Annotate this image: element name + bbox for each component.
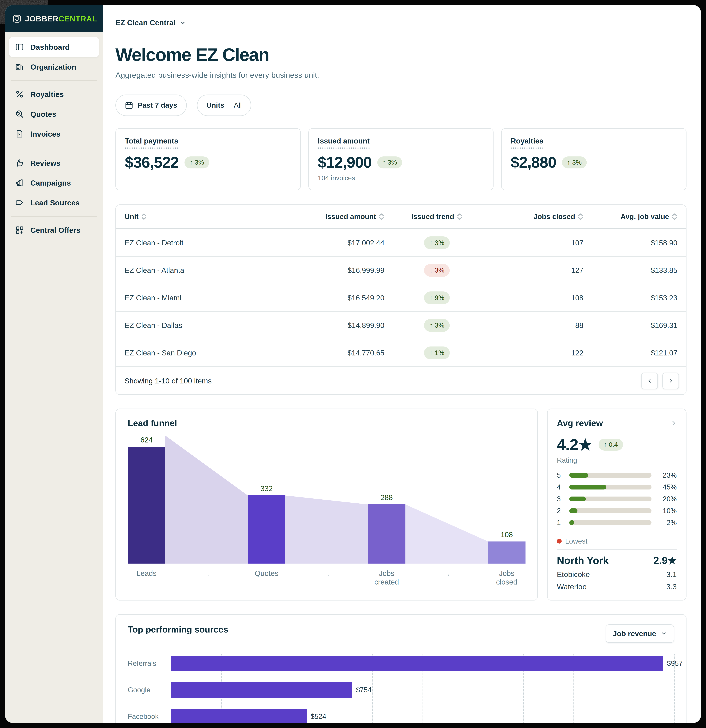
column-header-issued-amount[interactable]: Issued amount: [268, 212, 384, 221]
thumbs-up-icon: [15, 159, 24, 168]
sidebar: JOBBERCENTRAL Dashboard Organization Roy…: [5, 5, 103, 723]
sidebar-item-label: Royalties: [30, 90, 64, 99]
percent-icon: [15, 90, 24, 99]
unit-cell: EZ Clean - San Diego: [125, 348, 268, 357]
sidebar-item-quotes[interactable]: Quotes: [9, 104, 99, 124]
sort-icon: [671, 213, 677, 220]
stat-card-royalties: Royalties $2,880 ↑ 3%: [501, 128, 686, 191]
source-bar: $754: [171, 682, 352, 698]
source-value: $524: [311, 712, 326, 721]
sidebar-nav: Dashboard Organization Royalties Quotes …: [5, 32, 103, 245]
units-table: Unit Issued amount Issued trend Jobs clo…: [115, 204, 686, 395]
column-header-issued-trend[interactable]: Issued trend: [384, 212, 489, 221]
trend-cell: ↑ 3%: [384, 319, 489, 332]
rating-pct: 2%: [656, 519, 677, 527]
rating-track: [569, 485, 651, 490]
funnel-stage-label: Quotes: [248, 569, 285, 586]
funnel-value: 288: [380, 493, 393, 502]
chevron-right-icon[interactable]: [670, 420, 677, 426]
low-unit-row: Waterloo3.3: [557, 582, 677, 591]
stat-label[interactable]: Total payments: [125, 137, 178, 149]
sidebar-item-label: Reviews: [30, 159, 61, 168]
source-bar: $957: [171, 656, 663, 671]
units-filter[interactable]: Units All: [197, 95, 251, 116]
trend-badge: ↑ 3%: [377, 156, 402, 169]
stat-value: $12,900: [318, 153, 372, 171]
sidebar-item-invoices[interactable]: $ Invoices: [9, 124, 99, 144]
metric-dropdown[interactable]: Job revenue: [606, 624, 674, 643]
metric-dropdown-value: Job revenue: [613, 629, 656, 638]
date-range-filter[interactable]: Past 7 days: [115, 95, 187, 116]
source-label: Google: [128, 686, 171, 694]
page-subtitle: Aggregated business-wide insights for ev…: [115, 71, 686, 79]
table-row[interactable]: EZ Clean - Miami $16,549.20 ↑ 9% 108 $15…: [116, 284, 686, 312]
source-label: Facebook: [128, 712, 171, 721]
sidebar-item-label: Organization: [30, 62, 76, 71]
source-label: Referrals: [128, 659, 171, 667]
sort-icon: [457, 213, 463, 220]
rating-track: [569, 508, 651, 513]
sidebar-item-dashboard[interactable]: Dashboard: [9, 37, 99, 57]
logo-wordmark: JOBBERCENTRAL: [25, 14, 97, 23]
avg-review-title: Avg review: [557, 418, 603, 428]
low-unit-row: Etobicoke3.1: [557, 570, 677, 579]
funnel-bar-jobs-created: 288: [368, 436, 405, 563]
sidebar-item-label: Central Offers: [30, 226, 81, 234]
sidebar-item-reviews[interactable]: Reviews: [9, 153, 99, 173]
rating-row-2: 2 10%: [557, 507, 677, 515]
main-content: EZ Clean Central Welcome EZ Clean Aggreg…: [103, 5, 701, 723]
avg-cell: $153.23: [584, 293, 677, 302]
table-row[interactable]: EZ Clean - Atlanta $16,999.99 ↓ 3% 127 $…: [116, 257, 686, 284]
table-row[interactable]: EZ Clean - Dallas $14,899.90 ↑ 3% 88 $16…: [116, 312, 686, 339]
sidebar-item-campaigns[interactable]: Campaigns: [9, 173, 99, 193]
pagination-status: Showing 1-10 of 100 items: [125, 377, 212, 385]
sidebar-item-royalties[interactable]: Royalties: [9, 84, 99, 104]
avg-review-card: Avg review 4.2★ ↑ 0.4 Rating 5 23% 4: [547, 409, 686, 601]
tag-icon: [15, 198, 24, 207]
table-row[interactable]: EZ Clean - San Diego $14,770.65 ↑ 1% 122…: [116, 339, 686, 367]
source-bar: $524: [171, 709, 307, 723]
sidebar-item-organization[interactable]: Organization: [9, 57, 99, 77]
organization-icon: [15, 62, 24, 71]
account-switcher[interactable]: EZ Clean Central: [115, 18, 186, 27]
stat-label[interactable]: Issued amount: [318, 137, 370, 149]
top-sources-card: Top performing sources Job revenue Refer…: [115, 614, 686, 723]
lowest-unit-score: 2.9★: [653, 555, 677, 566]
sidebar-divider: [11, 216, 97, 217]
rating-pct: 10%: [656, 507, 677, 515]
funnel-bar: [248, 495, 285, 563]
prev-page-button[interactable]: [641, 373, 658, 389]
table-row[interactable]: EZ Clean - Detroit $17,002.44 ↑ 3% 107 $…: [116, 229, 686, 257]
table-footer: Showing 1-10 of 100 items: [116, 367, 686, 394]
column-header-jobs-closed[interactable]: Jobs closed: [489, 212, 584, 221]
lead-funnel-title: Lead funnel: [128, 418, 526, 428]
rating-fill: [569, 485, 606, 490]
avg-cell: $169.31: [584, 321, 677, 330]
funnel-connector: [405, 436, 488, 563]
column-header-unit[interactable]: Unit: [125, 212, 268, 221]
avg-cell: $121.07: [584, 348, 677, 357]
sidebar-item-central-offers[interactable]: Central Offers: [9, 220, 99, 240]
date-range-label: Past 7 days: [138, 101, 177, 110]
funnel-value: 332: [261, 484, 273, 493]
next-page-button[interactable]: [662, 373, 679, 389]
stat-card-total-payments: Total payments $36,522 ↑ 3%: [115, 128, 301, 191]
lowest-label: Lowest: [565, 537, 587, 545]
stat-label[interactable]: Royalties: [511, 137, 543, 149]
rating-track: [569, 520, 651, 525]
sidebar-item-lead-sources[interactable]: Lead Sources: [9, 193, 99, 212]
svg-text:$: $: [18, 132, 20, 136]
sort-icon: [141, 213, 147, 220]
funnel-connector: [165, 436, 248, 563]
avg-cell: $133.85: [584, 266, 677, 274]
units-filter-value: All: [234, 101, 242, 110]
rating-pct: 20%: [656, 495, 677, 503]
trend-pill: ↑ 1%: [424, 347, 450, 359]
source-value: $957: [667, 659, 683, 667]
trend-pill: ↑ 3%: [424, 237, 450, 249]
sidebar-item-label: Invoices: [30, 130, 61, 139]
funnel-bar-leads: 624: [128, 436, 165, 563]
pagination: [641, 373, 679, 389]
column-header-avg-job-value[interactable]: Avg. job value: [584, 212, 677, 221]
trend-cell: ↑ 1%: [384, 347, 489, 359]
